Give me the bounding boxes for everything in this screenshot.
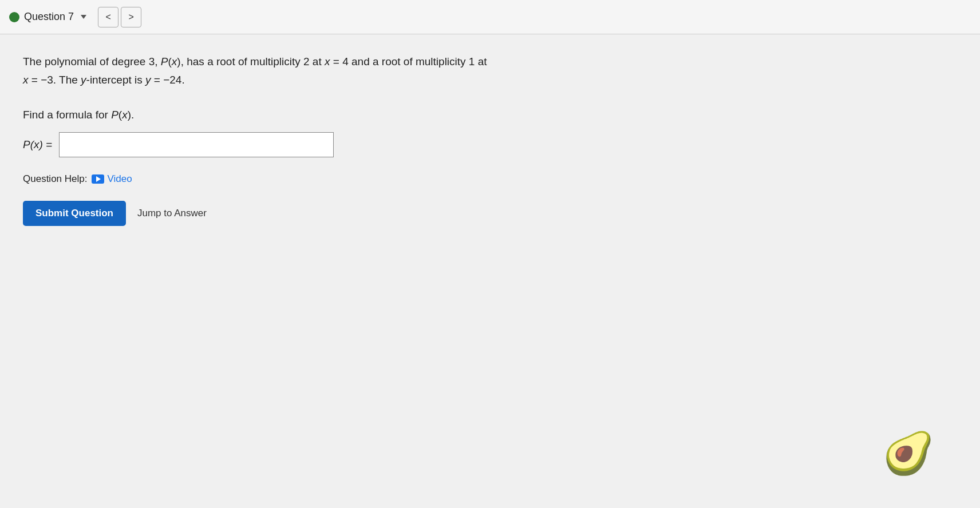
question-help-label: Question Help: [23,173,87,185]
main-container: Question 7 < > The polynomial of degree … [0,0,980,508]
question-help-row: Question Help: Video [23,173,957,185]
formula-prefix: P(x) = [23,138,52,151]
video-link[interactable]: Video [92,173,132,185]
jump-to-answer-button[interactable]: Jump to Answer [135,201,209,226]
problem-description: The polynomial of degree 3, P(x), has a … [23,53,824,90]
action-buttons: Submit Question Jump to Answer [23,201,957,226]
nav-buttons: < > [98,7,141,27]
content-area: The polynomial of degree 3, P(x), has a … [0,34,980,508]
question-indicator: Question 7 [9,11,86,23]
formula-input[interactable] [59,132,334,157]
question-label: Question 7 [24,11,74,23]
video-label: Video [107,173,132,185]
prev-question-button[interactable]: < [98,7,118,27]
formula-row: P(x) = [23,132,957,157]
next-question-button[interactable]: > [121,7,141,27]
video-icon [92,174,104,184]
header-bar: Question 7 < > [0,0,980,34]
submit-question-button[interactable]: Submit Question [23,201,126,226]
status-dot [9,12,19,22]
question-dropdown-arrow[interactable] [81,15,86,19]
find-formula-label: Find a formula for P(x). [23,106,824,124]
problem-line1: The polynomial of degree 3, P(x), has a … [23,55,487,68]
avocado-decoration: 🥑 [883,432,934,474]
problem-line2: x = −3. The y-intercept is y = −24. [23,74,185,86]
